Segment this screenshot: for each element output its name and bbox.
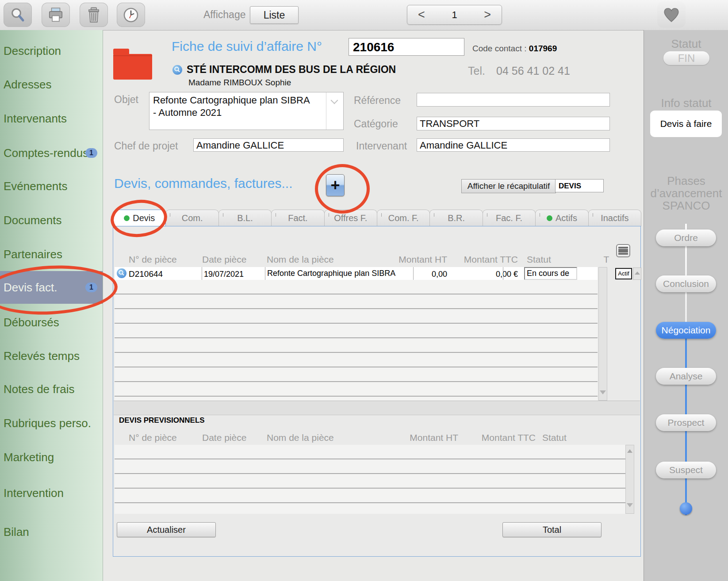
case-number-input[interactable]: 210616: [349, 38, 464, 56]
tab-label: Fac. F.: [496, 213, 522, 223]
company-lookup-button[interactable]: [172, 65, 182, 75]
row-montant-ttc: 0,00 €: [469, 270, 518, 279]
tab-fac-f[interactable]: Fac. F.: [483, 210, 536, 226]
documents-scrollbar[interactable]: [598, 267, 607, 401]
tab-fact[interactable]: Fact.: [271, 210, 324, 226]
statut-value-pill[interactable]: FIN: [663, 51, 709, 65]
phases-title-line2: d’avancement: [644, 187, 728, 200]
list-view-button[interactable]: [616, 244, 630, 257]
row-t-value[interactable]: Actif: [615, 268, 632, 279]
sidebar-item-intervention[interactable]: Intervention: [0, 483, 103, 503]
prev-col-header-ttc: Montant TTC: [476, 432, 536, 443]
prev-col-header-nom: Nom de la pièce: [267, 432, 334, 443]
phase-suspect[interactable]: Suspect: [656, 462, 716, 478]
chef-de-projet-field[interactable]: Amandine GALLICE: [193, 138, 344, 152]
reference-label: Référence: [354, 95, 401, 107]
tab-com[interactable]: Com.: [165, 210, 218, 226]
sidebar-item-intervenants[interactable]: Intervenants: [0, 109, 103, 128]
tab-label: Inactifs: [601, 213, 628, 223]
record-navigator: < 1 >: [407, 5, 502, 25]
sidebar-item-releves-temps[interactable]: Relevés temps: [0, 346, 103, 366]
search-icon: [10, 7, 26, 23]
sidebar-item-notes-de-frais[interactable]: Notes de frais: [0, 379, 103, 399]
tab-label: Fact.: [288, 213, 307, 223]
tab-devis[interactable]: Devis: [113, 210, 166, 226]
sidebar-item-label: Comptes-rendus: [4, 146, 88, 160]
sidebar-item-label: Intervention: [4, 486, 64, 500]
contact-name: Madame RIMBOUX Sophie: [188, 78, 291, 88]
sidebar-item-label: Rubriques perso.: [4, 417, 91, 430]
sidebar-item-devis-fact[interactable]: Devis fact.1: [0, 271, 103, 304]
col-header-t: T: [600, 254, 613, 265]
tab-label: B.L.: [237, 213, 253, 223]
sidebar-item-documents[interactable]: Documents: [0, 210, 103, 230]
categorie-field[interactable]: TRANSPORT: [417, 117, 610, 130]
prev-col-header-statut: Statut: [542, 432, 567, 443]
sidebar-item-rubriques-perso[interactable]: Rubriques perso.: [0, 413, 103, 433]
row-montant-ht: 0,00: [398, 270, 447, 279]
sidebar-item-label: Déboursés: [4, 316, 59, 329]
phase-prospect[interactable]: Prospect: [656, 414, 716, 431]
sidebar-item-evenements[interactable]: Evénements: [0, 176, 103, 196]
row-piece-number: D210644: [129, 269, 163, 279]
tab-offres-f[interactable]: Offres F.: [324, 210, 377, 226]
objet-value: Refonte Cartographique plan SIBRA - Auto…: [153, 94, 312, 119]
recap-type-field[interactable]: DEVIS: [555, 179, 604, 192]
reference-field[interactable]: [417, 93, 610, 107]
prev-col-header-piece: N° de pièce: [129, 432, 177, 443]
previsionnels-title: DEVIS PREVISIONNELS: [119, 416, 205, 425]
phase-analyse[interactable]: Analyse: [656, 368, 716, 385]
delete-button[interactable]: [80, 3, 108, 27]
green-dot-icon: [124, 215, 130, 221]
phase-ordre[interactable]: Ordre: [656, 229, 716, 246]
print-button[interactable]: [42, 3, 70, 27]
tel-label: Tel.: [468, 65, 485, 77]
info-statut-label: Info statut: [644, 96, 728, 110]
recap-button[interactable]: Afficher le récapitulatif: [461, 179, 556, 193]
t-column-scrollbar[interactable]: [633, 268, 641, 280]
phase-conclusion[interactable]: Conclusion: [656, 275, 716, 292]
tab-br[interactable]: B.R.: [429, 210, 483, 226]
sidebar-item-adresses[interactable]: Adresses: [0, 75, 103, 94]
objet-field[interactable]: Refonte Cartographique plan SIBRA - Auto…: [149, 92, 344, 130]
actualiser-button[interactable]: Actualiser: [117, 522, 216, 537]
intervenant-label: Intervenant: [356, 140, 407, 152]
next-record-button[interactable]: >: [484, 8, 491, 22]
sidebar-item-debourses[interactable]: Déboursés: [0, 313, 103, 332]
previous-record-button[interactable]: <: [418, 8, 425, 22]
add-document-button[interactable]: +: [326, 174, 345, 196]
objet-dropdown[interactable]: [326, 92, 343, 130]
sidebar-item-partenaires[interactable]: Partenaires: [0, 245, 103, 264]
previsionnels-scrollbar[interactable]: [625, 445, 634, 514]
sidebar-item-label: Bilan: [4, 525, 29, 539]
tab-bl[interactable]: B.L.: [218, 210, 272, 226]
phase-negociation[interactable]: Négociation: [656, 322, 716, 339]
tab-inactifs[interactable]: Inactifs: [588, 210, 641, 226]
intervenant-field[interactable]: Amandine GALLICE: [417, 138, 610, 152]
col-header-piece: N° de pièce: [129, 254, 177, 265]
prev-col-header-date: Date pièce: [202, 432, 246, 443]
row-lookup-button[interactable]: [117, 268, 126, 278]
printer-icon: [47, 7, 64, 23]
sidebar-item-comptes-rendus[interactable]: Comptes-rendus1: [0, 143, 103, 163]
phase-progress-dot: [680, 502, 692, 515]
magnifier-icon: [172, 65, 182, 75]
row-name: Refonte Cartographique plan SIBRA - Auto…: [267, 268, 395, 280]
history-button[interactable]: [117, 3, 145, 27]
favorite-button[interactable]: [657, 1, 686, 28]
code-contact-value: 017969: [529, 44, 557, 53]
folder-icon: [113, 54, 152, 80]
tab-com-f[interactable]: Com. F.: [377, 210, 430, 226]
documents-panel: N° de pièce Date pièce Nom de la pièce M…: [113, 226, 641, 557]
total-button[interactable]: Total: [502, 522, 602, 537]
tab-actifs[interactable]: Actifs: [535, 210, 588, 226]
sidebar-item-bilan[interactable]: Bilan: [0, 522, 103, 542]
search-button[interactable]: [4, 3, 32, 27]
sidebar-item-description[interactable]: Description: [0, 41, 103, 61]
liste-button[interactable]: Liste: [250, 6, 299, 24]
row-statut-dropdown[interactable]: En cours de: [524, 267, 577, 280]
col-header-date: Date pièce: [202, 254, 246, 265]
row-date: 19/07/2021: [204, 270, 244, 279]
col-header-ht: Montant HT: [390, 254, 447, 265]
sidebar-item-marketing[interactable]: Marketing: [0, 447, 103, 467]
